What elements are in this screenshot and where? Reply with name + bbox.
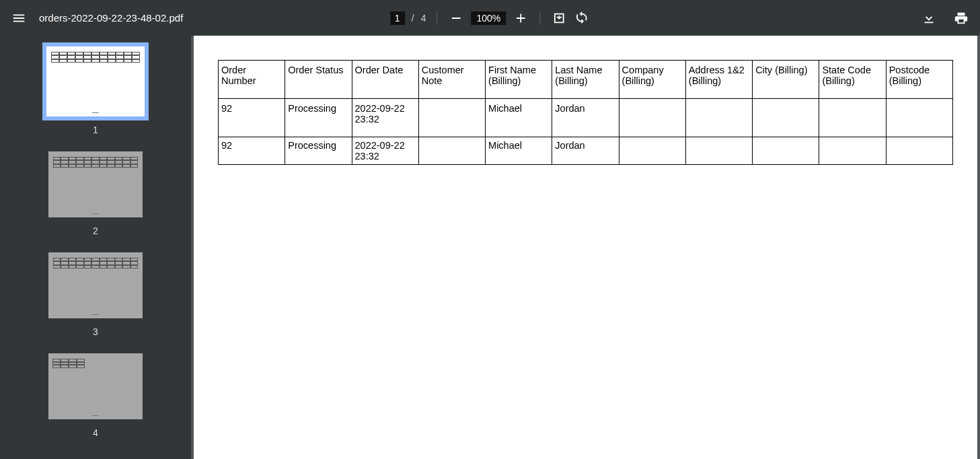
cell-order-status: Processing	[285, 137, 352, 165]
zoom-level[interactable]: 100%	[471, 11, 506, 25]
print-icon[interactable]	[953, 10, 969, 26]
thumbnail-sidebar[interactable]: 1 2 3 4	[0, 36, 191, 459]
toolbar-right	[921, 10, 969, 26]
cell-postcode	[886, 99, 952, 137]
cell-customer-note	[418, 99, 485, 137]
col-order-status: Order Status	[285, 61, 352, 99]
toolbar-divider	[539, 11, 540, 25]
thumbnail-label: 2	[93, 225, 98, 236]
page-number-input[interactable]	[390, 11, 405, 25]
col-order-date: Order Date	[352, 61, 418, 99]
toolbar-divider	[437, 11, 437, 25]
cell-customer-note	[418, 137, 485, 165]
col-city: City (Billing)	[753, 61, 819, 99]
cell-address	[685, 137, 752, 165]
document-title: orders-2022-09-22-23-48-02.pdf	[39, 12, 183, 24]
thumbnail[interactable]: 3	[48, 252, 143, 337]
cell-last-name: Jordan	[552, 137, 619, 165]
table-header-row: Order Number Order Status Order Date Cus…	[219, 61, 953, 99]
col-address: Address 1&2 (Billing)	[685, 61, 752, 99]
cell-last-name: Jordan	[552, 99, 619, 137]
page-total: 4	[421, 13, 426, 24]
thumbnail-preview[interactable]	[46, 46, 145, 116]
toolbar-left: orders-2022-09-22-23-48-02.pdf	[11, 10, 183, 26]
page-separator: /	[412, 13, 414, 24]
cell-order-date: 2022-09-22 23:32	[352, 137, 418, 165]
col-postcode: Postcode (Billing)	[886, 61, 952, 99]
thumbnail-label: 3	[93, 326, 98, 337]
thumbnail[interactable]: 4	[48, 353, 143, 438]
cell-order-status: Processing	[285, 99, 352, 137]
orders-table: Order Number Order Status Order Date Cus…	[218, 60, 953, 165]
rotate-icon[interactable]	[574, 10, 590, 26]
cell-first-name: Michael	[486, 137, 552, 165]
toolbar-center: / 4 100%	[390, 10, 591, 26]
cell-city	[753, 99, 819, 137]
thumbnail[interactable]: 1	[46, 46, 145, 135]
col-last-name: Last Name (Billing)	[552, 61, 619, 99]
download-icon[interactable]	[921, 10, 937, 26]
main-area: 1 2 3 4	[0, 36, 980, 459]
cell-order-number: 92	[219, 137, 285, 165]
cell-postcode	[886, 137, 952, 165]
page-viewport[interactable]: Order Number Order Status Order Date Cus…	[191, 36, 980, 459]
menu-icon[interactable]	[11, 10, 27, 26]
cell-order-number: 92	[219, 99, 285, 137]
cell-company	[619, 99, 685, 137]
thumbnail-preview[interactable]	[48, 252, 143, 318]
col-order-number: Order Number	[219, 61, 285, 99]
zoom-out-icon[interactable]	[448, 10, 464, 26]
fit-page-icon[interactable]	[551, 10, 567, 26]
cell-company	[619, 137, 685, 165]
thumbnail-preview[interactable]	[48, 151, 143, 217]
col-company: Company (Billing)	[619, 61, 685, 99]
col-first-name: First Name (Billing)	[486, 61, 552, 99]
cell-state-code	[819, 99, 886, 137]
cell-order-date: 2022-09-22 23:32	[352, 99, 418, 137]
thumbnail[interactable]: 2	[48, 151, 143, 236]
cell-state-code	[819, 137, 886, 165]
thumbnail-label: 1	[93, 125, 98, 135]
pdf-toolbar: orders-2022-09-22-23-48-02.pdf / 4 100%	[0, 0, 980, 36]
cell-address	[685, 99, 752, 137]
cell-first-name: Michael	[486, 99, 552, 137]
col-customer-note: Customer Note	[418, 61, 485, 99]
pdf-page: Order Number Order Status Order Date Cus…	[194, 36, 977, 459]
cell-city	[753, 137, 819, 165]
table-row: 92 Processing 2022-09-22 23:32 Michael J…	[219, 99, 953, 137]
thumbnail-label: 4	[93, 427, 98, 438]
table-row: 92 Processing 2022-09-22 23:32 Michael J…	[219, 137, 953, 165]
thumbnail-preview[interactable]	[48, 353, 143, 419]
col-state-code: State Code (Billing)	[819, 61, 886, 99]
zoom-in-icon[interactable]	[513, 10, 529, 26]
